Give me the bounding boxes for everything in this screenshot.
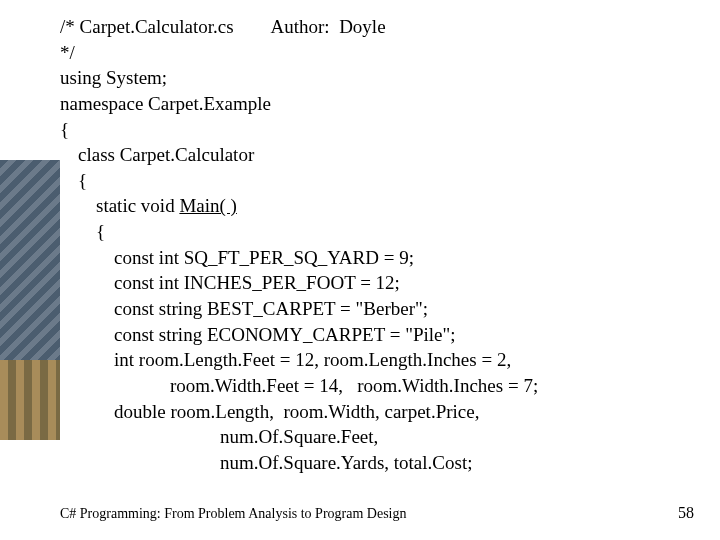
- footer-text: C# Programming: From Problem Analysis to…: [60, 506, 407, 522]
- code-line: double room.Length, room.Width, carpet.P…: [60, 399, 690, 425]
- page-number: 58: [678, 504, 694, 522]
- code-line: num.Of.Square.Yards, total.Cost;: [60, 450, 690, 476]
- code-block: /* Carpet.Calculator.cs Author: Doyle */…: [60, 14, 690, 476]
- slide: /* Carpet.Calculator.cs Author: Doyle */…: [0, 0, 720, 540]
- code-line: /* Carpet.Calculator.cs Author: Doyle: [60, 14, 690, 40]
- decorative-strip-bottom: [0, 360, 60, 440]
- code-line: */: [60, 40, 690, 66]
- comment-open: /* Carpet.Calculator.cs: [60, 16, 234, 37]
- code-line: room.Width.Feet = 14, room.Width.Inches …: [60, 373, 690, 399]
- code-line: num.Of.Square.Feet,: [60, 424, 690, 450]
- comment-author: Author: Doyle: [271, 16, 386, 37]
- code-line: static void Main( ): [60, 193, 690, 219]
- code-line: {: [60, 117, 690, 143]
- code-line: using System;: [60, 65, 690, 91]
- code-line: const string BEST_CARPET = "Berber";: [60, 296, 690, 322]
- code-line: class Carpet.Calculator: [60, 142, 690, 168]
- code-line: const int SQ_FT_PER_SQ_YARD = 9;: [60, 245, 690, 271]
- code-line: int room.Length.Feet = 12, room.Length.I…: [60, 347, 690, 373]
- code-line: const string ECONOMY_CARPET = "Pile";: [60, 322, 690, 348]
- code-line: {: [60, 168, 690, 194]
- code-line: const int INCHES_PER_FOOT = 12;: [60, 270, 690, 296]
- code-line: {: [60, 219, 690, 245]
- method-modifiers: static void: [96, 195, 179, 216]
- method-name: Main( ): [179, 195, 237, 216]
- code-line: namespace Carpet.Example: [60, 91, 690, 117]
